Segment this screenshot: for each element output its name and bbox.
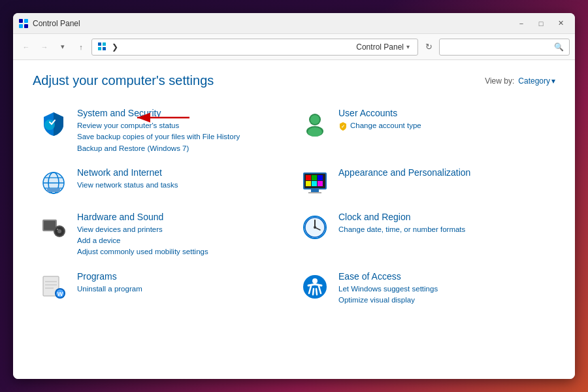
user-accounts-title[interactable]: User Accounts — [338, 108, 550, 118]
appearance-title[interactable]: Appearance and Personalization — [338, 167, 550, 178]
svg-rect-27 — [318, 175, 323, 180]
refresh-button[interactable]: ↻ — [421, 39, 436, 55]
programs-icon: W — [38, 271, 69, 302]
user-accounts-link-1[interactable]: Change account type — [350, 120, 421, 131]
hardware-link-1[interactable]: View devices and printers — [77, 224, 289, 235]
title-bar: Control Panel − □ ✕ — [13, 13, 575, 34]
control-panel-window: Control Panel − □ ✕ ← → ▾ ↑ ❯ Control Pa… — [13, 13, 575, 379]
address-field[interactable]: ❯ Control Panel ▾ — [91, 39, 418, 56]
svg-rect-26 — [312, 175, 317, 180]
appearance-icon — [299, 167, 331, 199]
back-button[interactable]: ← — [18, 39, 34, 55]
categories-grid: System and Security Review your computer… — [33, 101, 555, 312]
chevron-down-icon: ▾ — [551, 76, 555, 86]
svg-rect-32 — [308, 192, 321, 193]
ease-link-1[interactable]: Let Windows suggest settings — [338, 284, 550, 295]
clock-icon — [299, 212, 331, 243]
breadcrumb-value: Control Panel — [356, 42, 404, 52]
hardware-icon — [38, 212, 69, 243]
system-security-link-2[interactable]: Save backup copies of your files with Fi… — [77, 131, 289, 142]
view-by-control: View by: Category ▾ — [485, 76, 555, 86]
hardware-text: Hardware and Sound View devices and prin… — [77, 212, 289, 258]
svg-point-13 — [310, 115, 319, 124]
up-button[interactable]: ↑ — [73, 39, 89, 55]
network-title[interactable]: Network and Internet — [77, 167, 289, 178]
svg-rect-2 — [19, 24, 23, 28]
svg-rect-4 — [98, 42, 101, 46]
search-field[interactable]: 🔍 — [439, 39, 570, 56]
window-controls: − □ ✕ — [512, 16, 570, 31]
svg-rect-31 — [311, 189, 319, 192]
svg-point-37 — [57, 229, 61, 233]
svg-rect-1 — [24, 19, 28, 23]
user-accounts-text: User Accounts ✓ Change account type — [338, 108, 550, 131]
network-link-1[interactable]: View network status and tasks — [77, 180, 289, 191]
svg-rect-29 — [312, 181, 317, 186]
close-button[interactable]: ✕ — [551, 16, 570, 31]
svg-point-38 — [57, 229, 58, 230]
system-security-icon — [38, 108, 69, 139]
view-by-dropdown[interactable]: Category ▾ — [518, 76, 555, 86]
category-item-network[interactable]: Network and Internet View network status… — [33, 161, 294, 205]
clock-title[interactable]: Clock and Region — [338, 212, 550, 222]
ease-text: Ease of Access Let Windows suggest setti… — [338, 271, 550, 306]
recent-pages-button[interactable]: ▾ — [55, 39, 71, 55]
svg-point-45 — [314, 226, 316, 229]
svg-rect-22 — [47, 188, 60, 192]
ease-title[interactable]: Ease of Access — [338, 271, 550, 282]
svg-point-14 — [308, 127, 322, 137]
shield-badge-icon: ✓ — [338, 122, 348, 131]
svg-rect-3 — [24, 24, 28, 28]
category-item-programs[interactable]: W Programs Uninstall a program — [33, 265, 294, 313]
network-icon — [38, 167, 69, 199]
svg-rect-34 — [44, 221, 56, 230]
address-chevron: ▾ — [404, 43, 412, 50]
hardware-link-3[interactable]: Adjust commonly used mobility settings — [77, 246, 289, 257]
category-item-ease[interactable]: Ease of Access Let Windows suggest setti… — [294, 265, 555, 313]
category-item-appearance[interactable]: Appearance and Personalization — [294, 161, 555, 205]
svg-rect-30 — [318, 181, 323, 186]
view-by-label: View by: — [485, 76, 514, 86]
page-header: Adjust your computer's settings View by:… — [33, 73, 555, 88]
ease-link-2[interactable]: Optimize visual display — [338, 295, 550, 306]
forward-button[interactable]: → — [37, 39, 52, 55]
red-arrow — [134, 110, 193, 125]
minimize-button[interactable]: − — [512, 16, 531, 31]
network-text: Network and Internet View network status… — [77, 167, 289, 191]
svg-rect-25 — [306, 175, 311, 180]
svg-text:W: W — [57, 291, 63, 297]
programs-text: Programs Uninstall a program — [77, 271, 289, 295]
hardware-link-2[interactable]: Add a device — [77, 235, 289, 246]
address-bar: ← → ▾ ↑ ❯ Control Panel ▾ ↻ 🔍 — [13, 34, 575, 60]
system-security-link-3[interactable]: Backup and Restore (Windows 7) — [77, 143, 289, 154]
svg-rect-0 — [19, 19, 23, 23]
search-icon: 🔍 — [554, 42, 564, 52]
maximize-button[interactable]: □ — [532, 16, 550, 31]
page-title: Adjust your computer's settings — [33, 73, 214, 88]
content-area: Adjust your computer's settings View by:… — [13, 60, 575, 379]
window-icon — [18, 18, 29, 29]
category-item-clock[interactable]: Clock and Region Change date, time, or n… — [294, 205, 555, 265]
clock-text: Clock and Region Change date, time, or n… — [338, 212, 550, 235]
category-item-user-accounts[interactable]: User Accounts ✓ Change account type — [294, 101, 555, 161]
svg-text:✓: ✓ — [341, 124, 345, 129]
svg-rect-28 — [306, 181, 311, 186]
user-accounts-icon — [299, 108, 331, 139]
breadcrumb-text: ❯ — [112, 42, 356, 52]
category-item-system-security[interactable]: System and Security Review your computer… — [33, 101, 294, 161]
programs-link-1[interactable]: Uninstall a program — [77, 284, 289, 295]
window-title: Control Panel — [33, 19, 512, 28]
category-item-hardware[interactable]: Hardware and Sound View devices and prin… — [33, 205, 294, 265]
svg-rect-6 — [98, 47, 101, 50]
search-input[interactable] — [445, 42, 554, 52]
svg-rect-7 — [103, 47, 106, 50]
svg-rect-5 — [103, 42, 106, 46]
address-icon — [97, 42, 108, 52]
hardware-title[interactable]: Hardware and Sound — [77, 212, 289, 222]
ease-icon — [299, 271, 331, 302]
programs-title[interactable]: Programs — [77, 271, 289, 282]
svg-point-54 — [312, 278, 318, 284]
appearance-text: Appearance and Personalization — [338, 167, 550, 180]
clock-link-1[interactable]: Change date, time, or number formats — [338, 224, 550, 235]
